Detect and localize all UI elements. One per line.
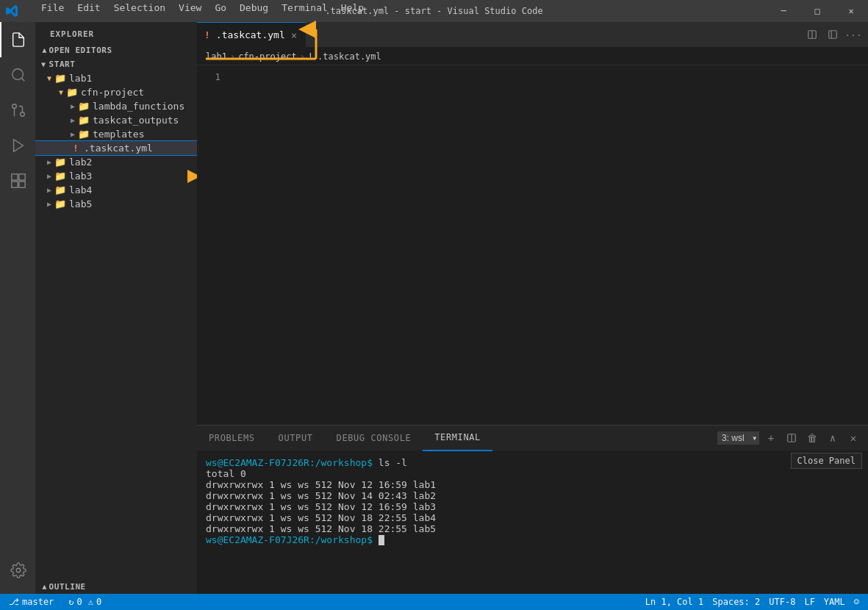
menu-go[interactable]: Go <box>209 0 232 15</box>
breadcrumb-icon-yaml: ! <box>308 51 313 62</box>
tree-item-lab5-label: lab5 <box>69 198 92 209</box>
terminal-line-1: ws@EC2AMAZ-F07J26R:/workshop$ ls -l <box>206 457 859 468</box>
code-editor[interactable] <box>226 65 868 425</box>
menu-view[interactable]: View <box>173 0 207 15</box>
tree-item-templates-label: templates <box>93 129 144 140</box>
folder-chevron-lab3: ▶ <box>47 172 51 180</box>
terminal-output-5: drwxrwxrwx 1 ws ws 512 Nov 12 16:59 lab3 <box>206 501 436 512</box>
git-branch-icon: ⎇ <box>9 597 19 607</box>
line-ending-status[interactable]: LF <box>801 594 817 610</box>
breadcrumb-file[interactable]: .taskcat.yml <box>318 51 381 62</box>
add-terminal-button[interactable]: + <box>762 429 780 447</box>
terminal-line-4: drwxrwxrwx 1 ws ws 512 Nov 14 02:43 lab2 <box>206 490 859 501</box>
explorer-activity-icon[interactable] <box>0 22 35 57</box>
line-col-status[interactable]: Ln 1, Col 1 <box>642 594 706 610</box>
terminal-line-3: drwxrwxrwx 1 ws ws 512 Nov 12 16:59 lab1 <box>206 479 859 490</box>
tab-close-button[interactable]: × <box>290 29 298 42</box>
terminal-selector-wrap[interactable]: 3: wsl ▼ <box>717 431 759 445</box>
tree-item-lab2[interactable]: ▶ 📁 lab2 <box>35 155 197 169</box>
debug-console-tab[interactable]: DEBUG CONSOLE <box>325 426 423 451</box>
sync-count: 0 <box>77 597 82 607</box>
open-editors-chevron: ▶ <box>40 48 48 53</box>
tree-item-taskcat-outputs[interactable]: ▶ 📁 taskcat_outputs <box>35 113 197 127</box>
output-tab[interactable]: OUTPUT <box>267 426 325 451</box>
svg-rect-9 <box>12 182 18 187</box>
menu-debug[interactable]: Debug <box>234 0 274 15</box>
breadcrumb-cfn[interactable]: cfn-project <box>238 51 296 62</box>
close-panel-button[interactable]: ✕ Close Panel <box>844 429 862 447</box>
more-actions-button[interactable]: ··· <box>844 26 862 43</box>
start-section[interactable]: ▼ START <box>35 57 197 71</box>
editor-area: ! .taskcat.yml × ··· <box>197 22 868 594</box>
toggle-sidebar-button[interactable] <box>824 26 842 43</box>
feedback-status[interactable]: ☺ <box>851 594 862 610</box>
maximize-button[interactable]: □ <box>800 0 834 22</box>
terminal-cursor <box>379 535 384 545</box>
kill-terminal-button[interactable]: 🗑 <box>803 429 821 447</box>
spaces-status[interactable]: Spaces: 2 <box>709 594 763 610</box>
tree-item-lab4[interactable]: ▶ 📁 lab4 <box>35 183 197 197</box>
menu-selection[interactable]: Selection <box>108 0 171 15</box>
minimize-button[interactable]: ─ <box>767 0 800 22</box>
outline-section: ▶ OUTLINE <box>35 580 197 594</box>
tree-item-lab3[interactable]: ▶ 📁 lab3 <box>35 169 197 183</box>
tab-yaml-icon: ! <box>204 29 210 40</box>
sync-errors-status[interactable]: ↻0 ⚠0 <box>65 594 104 610</box>
open-editors-section[interactable]: ▶ Open Editors <box>35 43 197 57</box>
problems-tab[interactable]: PROBLEMS <box>197 426 267 451</box>
svg-point-2 <box>21 112 25 117</box>
tree-item-lab3-label: lab3 <box>69 171 92 182</box>
terminal-content[interactable]: ws@EC2AMAZ-F07J26R:/workshop$ ls -l tota… <box>197 451 868 594</box>
warning-icon: ⚠ <box>88 597 93 607</box>
maximize-panel-button[interactable]: ∧ <box>824 429 842 447</box>
source-control-activity-icon[interactable] <box>0 93 35 128</box>
split-terminal-button[interactable] <box>783 429 800 447</box>
search-activity-icon[interactable] <box>0 57 35 93</box>
debug-activity-icon[interactable] <box>0 128 35 163</box>
editor-content[interactable]: 1 <box>197 65 868 425</box>
feedback-icon: ☺ <box>854 597 859 607</box>
title-bar: .taskcat.yml - start - Visual Studio Cod… <box>0 0 868 22</box>
breadcrumb-sep2: › <box>300 51 305 62</box>
folder-chevron-lambda: ▶ <box>71 102 75 110</box>
encoding-status[interactable]: UTF-8 <box>766 594 798 610</box>
extensions-activity-icon[interactable] <box>0 163 35 198</box>
tree-item-taskcat-yml[interactable]: ! .taskcat.yml <box>35 141 197 155</box>
start-chevron: ▼ <box>41 60 46 68</box>
tree-item-lab1[interactable]: ▼ 📁 lab1 <box>35 71 197 85</box>
tree-item-templates[interactable]: ▶ 📁 templates <box>35 127 197 141</box>
tab-taskcat-yml[interactable]: ! .taskcat.yml × <box>197 22 306 48</box>
tree-item-outputs-label: taskcat_outputs <box>93 115 179 126</box>
folder-icon-lab1: 📁 <box>54 73 66 84</box>
status-right: Ln 1, Col 1 Spaces: 2 UTF-8 LF YAML ☺ <box>642 594 862 610</box>
tree-item-lambda[interactable]: ▶ 📁 lambda_functions <box>35 99 197 113</box>
language-status[interactable]: YAML <box>821 594 848 610</box>
svg-marker-5 <box>14 140 24 152</box>
folder-icon-templates: 📁 <box>78 129 90 140</box>
settings-activity-icon[interactable] <box>0 553 35 588</box>
tree-item-lab1-label: lab1 <box>69 73 92 84</box>
breadcrumb-lab1[interactable]: lab1 <box>206 51 227 62</box>
open-editors-label: Open Editors <box>49 46 112 55</box>
tree-item-cfn-project[interactable]: ▼ 📁 cfn-project <box>35 85 197 99</box>
outline-header[interactable]: ▶ OUTLINE <box>35 580 197 594</box>
terminal-tab[interactable]: TERMINAL <box>423 426 492 451</box>
menu-edit[interactable]: Edit <box>71 0 106 15</box>
git-branch-status[interactable]: ⎇ master <box>6 594 57 610</box>
close-button[interactable]: ✕ <box>834 0 868 22</box>
outline-chevron: ▶ <box>40 584 48 589</box>
svg-rect-15 <box>829 31 837 39</box>
activity-bar-bottom <box>0 553 35 588</box>
menu-help[interactable]: Help <box>335 0 370 15</box>
tree-item-cfn-label: cfn-project <box>81 87 144 98</box>
terminal-selector[interactable]: 3: wsl <box>717 431 759 445</box>
menu-terminal[interactable]: Terminal <box>276 0 334 15</box>
line-number-1: 1 <box>197 71 220 82</box>
tree-item-lab5[interactable]: ▶ 📁 lab5 <box>35 197 197 211</box>
tree-item-lab2-label: lab2 <box>69 157 92 168</box>
panel-controls: 3: wsl ▼ + 🗑 ∧ ✕ Close <box>717 429 868 447</box>
menu-file[interactable]: File <box>35 0 70 15</box>
folder-chevron-outputs: ▶ <box>71 116 75 124</box>
split-editor-button[interactable] <box>803 26 821 43</box>
start-label: START <box>49 60 76 69</box>
